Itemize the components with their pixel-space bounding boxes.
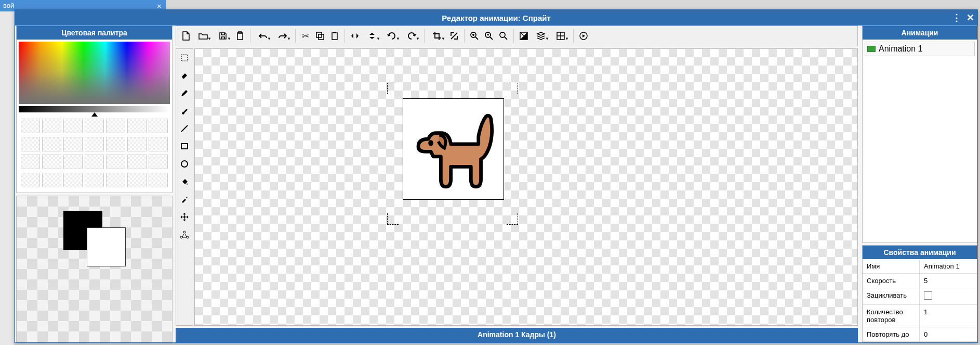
prop-label: Зацикливать <box>863 288 920 304</box>
swatch[interactable] <box>63 119 83 133</box>
prop-value[interactable]: 1 <box>920 305 977 327</box>
checkbox-icon[interactable] <box>924 291 932 300</box>
prop-value[interactable] <box>920 288 977 304</box>
select-tool-icon[interactable] <box>178 51 191 65</box>
mask-icon[interactable] <box>517 29 531 43</box>
pencil-tool-icon[interactable] <box>178 86 191 100</box>
swatch[interactable] <box>63 137 83 151</box>
grid-icon[interactable]: ▼ <box>551 29 570 43</box>
open-file-icon[interactable]: ▼ <box>194 29 213 43</box>
sprite-content[interactable] <box>403 98 504 200</box>
redo-icon[interactable]: ▼ <box>273 29 292 43</box>
swatch[interactable] <box>42 155 61 169</box>
prop-row-name: Имя Animation 1 <box>863 259 977 274</box>
svg-point-15 <box>180 236 182 238</box>
swatch[interactable] <box>127 155 147 169</box>
bg-tab-text: вой <box>3 2 14 9</box>
resize-icon[interactable] <box>447 29 461 43</box>
zoom-in-icon[interactable] <box>468 29 481 43</box>
swatch[interactable] <box>127 119 147 133</box>
film-icon <box>867 46 876 52</box>
flip-horizontal-icon[interactable] <box>348 29 362 43</box>
new-file-icon[interactable] <box>179 29 193 43</box>
svg-rect-3 <box>319 34 324 40</box>
swatch[interactable] <box>42 119 61 133</box>
layers-icon[interactable]: ▼ <box>532 29 550 43</box>
more-icon[interactable]: ⋮ <box>952 12 960 23</box>
palette-header: Цветовая палитра <box>17 26 172 40</box>
brightness-slider[interactable] <box>19 106 170 112</box>
clipboard-icon[interactable] <box>233 29 247 43</box>
prop-value[interactable]: Animation 1 <box>920 259 977 273</box>
swatch[interactable] <box>85 155 104 169</box>
svg-point-18 <box>428 140 433 146</box>
swatch[interactable] <box>149 173 168 187</box>
swatch[interactable] <box>106 155 125 169</box>
play-icon[interactable] <box>577 29 590 43</box>
polygon-tool-icon[interactable] <box>178 228 191 241</box>
swatch[interactable] <box>21 173 40 187</box>
undo-icon[interactable]: ▼ <box>254 29 272 43</box>
svg-rect-12 <box>181 144 188 149</box>
slider-thumb-icon[interactable] <box>91 112 98 117</box>
swatch[interactable] <box>106 119 125 133</box>
fill-tool-icon[interactable] <box>178 175 191 188</box>
svg-point-8 <box>500 32 505 37</box>
left-column: Цветовая палитра <box>15 25 174 342</box>
color-gradient[interactable] <box>19 42 170 104</box>
canvas-area[interactable] <box>194 48 858 326</box>
titlebar: Редактор анимации: Спрайт ⋮ ✕ <box>15 10 977 25</box>
prop-value[interactable]: 5 <box>920 274 977 288</box>
picker-tool-icon[interactable] <box>178 193 191 206</box>
canvas-checker <box>195 49 857 325</box>
crop-icon[interactable]: ▼ <box>428 29 446 43</box>
svg-rect-0 <box>237 33 243 40</box>
save-file-icon[interactable]: ▼ <box>214 29 232 43</box>
selection-corner-br <box>507 213 518 225</box>
rect-tool-icon[interactable] <box>178 139 191 153</box>
prop-label: Скорость <box>863 274 920 288</box>
cut-icon[interactable]: ✂ <box>299 29 312 43</box>
swatch[interactable] <box>127 137 147 151</box>
zoom-out-icon[interactable] <box>482 29 496 43</box>
right-column: Анимации Animation 1 Свойства анимации И… <box>862 25 977 342</box>
zoom-fit-icon[interactable] <box>497 29 510 43</box>
close-icon[interactable]: ✕ <box>966 12 974 23</box>
paste-icon[interactable] <box>328 29 341 43</box>
frames-bar[interactable]: Animation 1 Кадры (1) <box>176 328 858 342</box>
eraser-tool-icon[interactable] <box>178 69 191 82</box>
rotate-ccw-icon[interactable]: ▼ <box>382 29 401 43</box>
prop-value[interactable]: 0 <box>920 327 977 341</box>
circle-tool-icon[interactable] <box>178 157 191 171</box>
swatch[interactable] <box>63 155 83 169</box>
background-color[interactable] <box>87 227 126 266</box>
swatch[interactable] <box>63 173 83 187</box>
rotate-cw-icon[interactable]: ▼ <box>402 29 421 43</box>
prop-label: Повторять до <box>863 327 920 341</box>
swatch[interactable] <box>42 173 61 187</box>
color-palette-panel: Цветовая палитра <box>16 25 173 193</box>
swatch[interactable] <box>85 173 104 187</box>
window-title: Редактор анимации: Спрайт <box>442 14 551 22</box>
swatch[interactable] <box>106 173 125 187</box>
swatch[interactable] <box>149 137 168 151</box>
swatch[interactable] <box>85 119 104 133</box>
copy-icon[interactable] <box>313 29 327 43</box>
animation-item[interactable]: Animation 1 <box>865 42 975 56</box>
swatch[interactable] <box>106 137 125 151</box>
swatch[interactable] <box>149 155 168 169</box>
swatch[interactable] <box>21 119 40 133</box>
line-tool-icon[interactable] <box>178 122 191 135</box>
brush-tool-icon[interactable] <box>178 104 191 118</box>
prop-row-speed: Скорость 5 <box>863 274 977 288</box>
flip-vertical-icon[interactable]: ▼ <box>363 29 381 43</box>
swatch[interactable] <box>149 119 168 133</box>
swatch[interactable] <box>21 137 40 151</box>
swatch[interactable] <box>127 173 147 187</box>
move-tool-icon[interactable] <box>178 210 191 224</box>
svg-point-16 <box>187 236 189 238</box>
swatch[interactable] <box>21 155 40 169</box>
swatch[interactable] <box>42 137 61 151</box>
swatch[interactable] <box>85 137 104 151</box>
animations-list: Animation 1 <box>863 40 977 242</box>
